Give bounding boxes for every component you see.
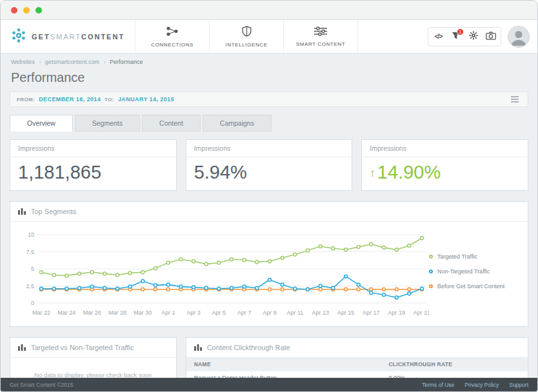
svg-text:Apr 19: Apr 19 <box>388 309 405 316</box>
breadcrumb: Websites › getsmartcontent.com › Perform… <box>1 54 537 66</box>
svg-text:Mar 28: Mar 28 <box>108 309 126 316</box>
chart-legend: Targeted Traffic Non-Targeted Traffic Be… <box>429 227 525 325</box>
nav-label: INTELLIGENCE <box>226 42 268 48</box>
panel-title: Content Clickthrough Rate <box>207 344 290 351</box>
stat-value: 1,181,865 <box>10 157 176 190</box>
legend-item-targeted[interactable]: Targeted Traffic <box>429 253 521 260</box>
legend-label: Targeted Traffic <box>437 253 477 260</box>
footer-links: Terms of Use Privacy Policy Support <box>422 382 528 388</box>
tab-content[interactable]: Content <box>142 115 201 132</box>
from-label: FROM: <box>17 97 35 103</box>
svg-text:Mar 22: Mar 22 <box>32 309 50 316</box>
legend-marker <box>429 284 433 288</box>
date-range-bar: FROM: DECEMBER 16, 2014 TO: JANUARY 14, … <box>10 92 528 107</box>
svg-text:Apr 3: Apr 3 <box>186 309 201 316</box>
stat-title: Impressions <box>362 140 528 157</box>
svg-text:Apr 13: Apr 13 <box>312 309 329 316</box>
window-close-button[interactable] <box>11 7 17 14</box>
stat-title: Impressions <box>186 140 352 157</box>
nav-item-intelligence[interactable]: INTELLIGENCE <box>210 20 284 53</box>
column-header-rate: CLICKTHROUGH RATE <box>381 358 528 371</box>
breadcrumb-separator: › <box>103 59 105 65</box>
top-segments-header: Top Segments <box>10 202 528 222</box>
screenshot-button[interactable] <box>482 28 499 46</box>
svg-text:Mar 26: Mar 26 <box>83 309 101 316</box>
legend-label: Before Get Smart Content <box>437 283 504 289</box>
hamburger-menu-icon[interactable] <box>508 93 521 105</box>
top-segments-panel: Top Segments 02.557.510Mar 22Mar 24Mar 2… <box>10 201 528 327</box>
column-header-name: NAME <box>186 358 381 371</box>
stat-value-positive: ↑14.90% <box>362 157 528 190</box>
header-tool-group: </> 1 <box>428 27 501 46</box>
tab-segments[interactable]: Segments <box>75 115 140 132</box>
page-title: Performance <box>1 66 537 92</box>
footer-link-terms[interactable]: Terms of Use <box>422 382 454 388</box>
legend-item-non-targeted[interactable]: Non-Targeted Traffic <box>429 268 521 275</box>
gear-icon <box>469 31 478 43</box>
svg-text:Mar 30: Mar 30 <box>134 309 152 316</box>
panel-header: Targeted vs Non-Targeted Traffic <box>10 338 176 358</box>
svg-text:Apr 9: Apr 9 <box>263 309 277 316</box>
breadcrumb-site[interactable]: getsmartcontent.com <box>45 59 99 65</box>
legend-item-before[interactable]: Before Get Smart Content <box>429 283 521 289</box>
trend-up-icon: ↑ <box>370 167 375 179</box>
stat-title: Impressions <box>10 140 176 157</box>
window-zoom-button[interactable] <box>35 7 42 14</box>
footer-link-support[interactable]: Support <box>509 382 528 388</box>
svg-text:Apr 15: Apr 15 <box>337 309 355 316</box>
top-segments-chart: 02.557.510Mar 22Mar 24Mar 26Mar 28Mar 30… <box>15 227 429 325</box>
svg-text:10: 10 <box>28 231 34 238</box>
svg-text:Apr 7: Apr 7 <box>237 309 252 316</box>
tab-campaigns[interactable]: Campaigns <box>203 115 272 132</box>
app-window: GETSMARTCONTENT CONNECTIONS <box>0 0 538 392</box>
sliders-icon <box>314 26 327 39</box>
header-actions: </> 1 <box>428 20 537 53</box>
from-date-picker[interactable]: DECEMBER 16, 2014 <box>39 96 101 103</box>
nav-item-connections[interactable]: CONNECTIONS <box>135 20 210 53</box>
brand-logo[interactable]: GETSMARTCONTENT <box>1 20 135 53</box>
user-avatar[interactable] <box>508 26 530 48</box>
copyright-text: Get Smart Content ©2015 <box>10 382 73 388</box>
tab-overview[interactable]: Overview <box>10 115 73 132</box>
nav-label: CONNECTIONS <box>151 42 194 48</box>
code-icon: </> <box>435 33 442 40</box>
app-footer: Get Smart Content ©2015 Terms of Use Pri… <box>1 378 537 391</box>
footer-link-privacy[interactable]: Privacy Policy <box>464 382 499 388</box>
report-tabs: Overview Segments Content Campaigns <box>10 115 528 132</box>
app-header: GETSMARTCONTENT CONNECTIONS <box>1 20 537 54</box>
main-nav: CONNECTIONS INTELLIGENCE <box>135 20 358 53</box>
breadcrumb-separator: › <box>39 59 41 65</box>
bar-chart-icon <box>18 343 26 352</box>
camera-icon <box>486 31 496 43</box>
svg-text:Apr 17: Apr 17 <box>363 309 380 316</box>
stat-card-impressions-1: Impressions 1,181,865 <box>10 139 177 191</box>
window-minimize-button[interactable] <box>23 7 30 14</box>
panel-title: Targeted vs Non-Targeted Traffic <box>31 344 134 351</box>
shield-icon <box>242 26 252 39</box>
stat-card-impressions-2: Impressions 5.94% <box>186 139 353 191</box>
filter-button[interactable]: 1 <box>447 28 464 46</box>
brand-logo-text: GETSMARTCONTENT <box>32 33 125 41</box>
code-snippet-button[interactable]: </> <box>430 28 447 46</box>
to-date-picker[interactable]: JANUARY 14, 2015 <box>118 96 174 103</box>
breadcrumb-websites[interactable]: Websites <box>11 59 35 65</box>
bar-chart-icon <box>18 207 26 216</box>
nav-item-smart-content[interactable]: SMART CONTENT <box>284 20 358 53</box>
to-label: TO: <box>105 97 114 103</box>
legend-marker <box>429 270 433 273</box>
svg-text:Apr 5: Apr 5 <box>212 309 226 316</box>
settings-button[interactable] <box>464 28 482 46</box>
bar-chart-icon <box>194 343 202 352</box>
svg-text:Apr 1: Apr 1 <box>161 309 175 316</box>
svg-text:5: 5 <box>31 266 34 272</box>
svg-text:0: 0 <box>31 300 34 306</box>
brand-logo-icon <box>11 28 26 46</box>
legend-label: Non-Targeted Traffic <box>437 268 490 275</box>
stat-cards: Impressions 1,181,865 Impressions 5.94% … <box>10 139 528 191</box>
notification-badge: 1 <box>457 28 464 35</box>
legend-marker <box>429 255 433 259</box>
browser-titlebar <box>1 1 537 20</box>
svg-text:7.5: 7.5 <box>26 249 34 255</box>
svg-text:Apr 11: Apr 11 <box>286 309 303 316</box>
top-segments-chart-area: 02.557.510Mar 22Mar 24Mar 26Mar 28Mar 30… <box>10 222 528 326</box>
